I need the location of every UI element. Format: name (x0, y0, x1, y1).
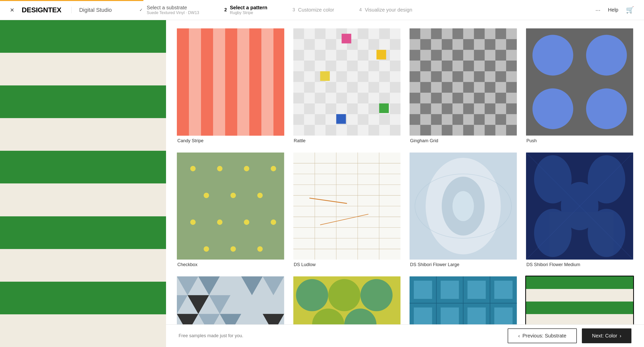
stripe-green-4 (0, 216, 166, 249)
svg-point-19 (586, 88, 627, 129)
next-button-label: Next: Color (592, 333, 617, 339)
shibori-medium-svg (526, 153, 633, 260)
digital-studio-label: Digital Studio (71, 7, 112, 13)
pattern-thumb-checkbox (177, 153, 284, 260)
pattern-item-rattle[interactable]: Rattle (293, 28, 401, 144)
pattern-thumb-push (526, 28, 633, 136)
svg-point-26 (230, 192, 236, 198)
step-4[interactable]: 4 Visualize your design (347, 7, 425, 13)
step-3-label: Customize color (298, 7, 334, 13)
step-4-number: 4 (359, 7, 362, 13)
svg-point-33 (230, 246, 236, 252)
checkbox-svg (177, 153, 284, 260)
preview-panel (0, 20, 166, 347)
logo: DESIGNTEX (22, 6, 61, 14)
svg-point-96 (360, 279, 392, 311)
svg-point-22 (217, 166, 222, 171)
header: × DESIGNTEX Digital Studio ✓ Select a su… (0, 0, 644, 20)
pattern-name-push: Push (526, 138, 633, 143)
stripe-green-5 (0, 282, 166, 314)
svg-point-17 (586, 35, 627, 76)
pattern-thumb-gingham-grid (410, 28, 517, 136)
svg-point-28 (190, 219, 195, 225)
header-right: ··· Help 🛒 (595, 6, 634, 14)
push-svg (526, 28, 633, 136)
close-button[interactable]: × (10, 6, 14, 14)
progress-bar (0, 0, 143, 1)
cart-button[interactable]: 🛒 (626, 6, 634, 14)
pattern-item-push[interactable]: Push (525, 28, 634, 144)
pattern-thumb-ds-ludlow (293, 153, 401, 260)
svg-rect-5 (376, 50, 386, 59)
pattern-name-rattle: Rattle (293, 138, 401, 143)
pattern-item-candy-stripe[interactable]: Candy Stripe (176, 28, 285, 144)
pattern-thumb-ds-shibori-large (410, 153, 517, 260)
pattern-item-checkbox[interactable]: Checkbox (176, 152, 285, 268)
step-2-number: 2 (224, 7, 227, 13)
step-3[interactable]: 3 Customize color (280, 7, 347, 13)
main-content: Candy Stripe (0, 20, 644, 347)
svg-rect-4 (341, 34, 351, 43)
svg-point-16 (532, 35, 573, 76)
steps-nav: ✓ Select a substrate Suede Textured Viny… (127, 5, 595, 15)
svg-rect-6 (320, 71, 330, 81)
stripe-green-3 (0, 151, 166, 183)
svg-rect-8 (336, 114, 346, 124)
pattern-item-gingham-grid[interactable]: Gingham Grid (409, 28, 518, 144)
pattern-thumb-ds-shibori-medium (526, 153, 633, 260)
stripe-cream-4 (0, 249, 166, 282)
stripe-green-2 (0, 85, 166, 118)
prev-substrate-button[interactable]: ‹ Previous: Substrate (508, 328, 577, 343)
step-2-label: Select a pattern (230, 5, 267, 11)
pattern-name-gingham-grid: Gingham Grid (410, 138, 517, 143)
pattern-name-candy-stripe: Candy Stripe (177, 138, 284, 143)
pattern-name-ds-shibori-large: DS Shibori Flower Large (410, 262, 517, 267)
prev-button-label: Previous: Substrate (522, 333, 567, 339)
next-color-button[interactable]: Next: Color › (582, 328, 631, 343)
svg-point-27 (257, 192, 263, 198)
svg-point-23 (244, 166, 249, 171)
logo-designtex: DESIGNTEX (22, 6, 61, 14)
pattern-panel: Candy Stripe (166, 20, 644, 347)
ludlow-svg (293, 153, 401, 260)
footer-free-samples-text: Free samples made just for you. (179, 333, 243, 338)
step-2-sub: Rugby Stripe (230, 11, 267, 15)
svg-point-54 (453, 191, 474, 221)
chevron-right-icon: › (620, 333, 621, 339)
step-2[interactable]: 2 Select a pattern Rugby Stripe (212, 5, 280, 15)
step-4-label: Visualize your design (365, 7, 412, 13)
help-button[interactable]: Help (608, 7, 618, 13)
pattern-item-ds-shibori-large[interactable]: DS Shibori Flower Large (409, 152, 518, 268)
svg-point-21 (190, 166, 195, 171)
step-3-number: 3 (293, 7, 295, 13)
stripe-green-1 (0, 20, 166, 53)
step-2-text: Select a pattern Rugby Stripe (230, 5, 267, 15)
svg-point-32 (204, 246, 209, 252)
stripe-cream-2 (0, 118, 166, 151)
svg-point-34 (257, 246, 263, 252)
pattern-item-ds-ludlow[interactable]: DS Ludlow (293, 152, 401, 268)
stripe-cream-5 (0, 314, 166, 347)
step-1-sub: Suede Textured Vinyl · DW13 (147, 11, 199, 15)
svg-point-31 (271, 219, 276, 225)
svg-rect-1 (293, 28, 401, 136)
svg-point-25 (204, 192, 209, 198)
pattern-grid: Candy Stripe (176, 28, 634, 347)
shibori-large-svg (410, 153, 517, 260)
pattern-item-ds-shibori-medium[interactable]: DS Shibori Flower Medium (525, 152, 634, 268)
rugby-stripe-preview (0, 20, 166, 347)
svg-point-24 (271, 166, 276, 171)
stripe-cream-3 (0, 183, 166, 216)
footer-buttons: ‹ Previous: Substrate Next: Color › (508, 328, 631, 343)
svg-point-94 (296, 279, 328, 311)
step-1-text: Select a substrate Suede Textured Vinyl … (147, 5, 199, 15)
more-options-button[interactable]: ··· (595, 7, 600, 14)
svg-rect-7 (379, 104, 389, 113)
chevron-left-icon: ‹ (518, 333, 520, 339)
rattle-svg (293, 28, 401, 136)
step-1[interactable]: ✓ Select a substrate Suede Textured Viny… (127, 5, 212, 15)
pattern-name-checkbox: Checkbox (177, 262, 284, 267)
svg-point-95 (328, 279, 360, 311)
svg-point-30 (244, 219, 249, 225)
svg-point-18 (532, 88, 573, 129)
